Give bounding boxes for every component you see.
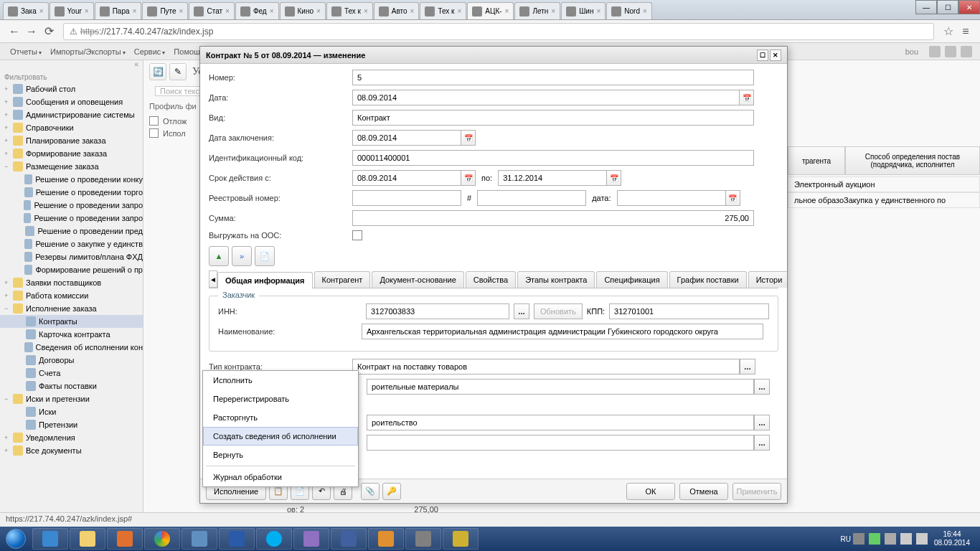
- menu-reports[interactable]: Отчеты: [6, 47, 46, 56]
- modal-maximize-icon[interactable]: ☐: [757, 50, 768, 61]
- tree-node[interactable]: Резервы лимитов/плана ФХД: [0, 250, 143, 263]
- tree-node[interactable]: Счета: [0, 367, 143, 380]
- sum-input[interactable]: [352, 210, 754, 226]
- task-word[interactable]: [219, 528, 255, 550]
- tree-node[interactable]: −Исполнение заказа: [0, 302, 143, 315]
- checkbox[interactable]: [149, 116, 159, 126]
- forward-double-icon[interactable]: »: [232, 246, 252, 266]
- modal-close-icon[interactable]: ✕: [770, 50, 781, 61]
- browser-tab[interactable]: Путе×: [142, 2, 188, 19]
- tree-node[interactable]: Сведения об исполнении кон: [0, 341, 143, 354]
- row2-input[interactable]: [367, 379, 754, 395]
- tab-scroll-left[interactable]: ◄: [209, 270, 217, 288]
- tab-basis[interactable]: Документ-основание: [372, 271, 463, 288]
- url-bar[interactable]: ⚠ https://217.74.40.247/azk/index.jsp: [63, 23, 934, 40]
- tree-node[interactable]: Решение о закупке у единств: [0, 237, 143, 250]
- tree-node[interactable]: Решение о проведении запро: [0, 212, 143, 225]
- tree-node[interactable]: −Размещение заказа: [0, 160, 143, 173]
- edit-icon[interactable]: ✎: [169, 63, 187, 80]
- number-input[interactable]: [352, 70, 754, 85]
- tab-history[interactable]: Истори: [748, 271, 787, 288]
- tree-node[interactable]: +Планирование заказа: [0, 134, 143, 147]
- lookup-icon[interactable]: …: [754, 435, 770, 451]
- row3-input[interactable]: [367, 415, 754, 430]
- tree-node[interactable]: +Заявки поставщиков: [0, 276, 143, 289]
- context-menu-item[interactable]: Создать сведения об исполнении: [203, 427, 358, 446]
- tray-icon[interactable]: [885, 533, 896, 545]
- tree-node[interactable]: +Уведомления: [0, 431, 143, 444]
- lookup-icon[interactable]: …: [754, 415, 770, 430]
- tree-node[interactable]: +Сообщения и оповещения: [0, 95, 143, 108]
- registry-hash-input[interactable]: [477, 190, 586, 206]
- task-chrome[interactable]: [144, 528, 180, 550]
- tab-stages[interactable]: Этапы контракта: [517, 271, 595, 288]
- apply-button[interactable]: Применить: [732, 483, 781, 500]
- tab-spec[interactable]: Спецификация: [596, 271, 667, 288]
- task-outlook[interactable]: [368, 528, 404, 550]
- tree-node[interactable]: Решение о проведении конку: [0, 173, 143, 186]
- start-button[interactable]: [0, 527, 32, 551]
- browser-tab[interactable]: Тех к×: [420, 2, 466, 19]
- lookup-icon[interactable]: …: [740, 359, 755, 375]
- browser-tab[interactable]: Шин×: [561, 2, 606, 19]
- period-from-input[interactable]: [352, 170, 461, 186]
- browser-tab[interactable]: Стат×: [189, 2, 234, 19]
- tree-node[interactable]: Факты поставки: [0, 380, 143, 392]
- key-icon[interactable]: 🔑: [382, 483, 401, 500]
- tree-node[interactable]: Договоры: [0, 354, 143, 367]
- search-input[interactable]: Поиск текс: [155, 86, 204, 96]
- forward-button[interactable]: →: [23, 23, 40, 40]
- attach-icon[interactable]: 📎: [361, 483, 380, 500]
- tree-node[interactable]: Карточка контракта: [0, 328, 143, 341]
- grid-header[interactable]: Способ определения постав (подрядчика, и…: [845, 146, 980, 175]
- task-app2[interactable]: [293, 528, 329, 550]
- task-app[interactable]: [182, 528, 217, 550]
- calendar-icon[interactable]: 📅: [461, 130, 476, 146]
- browser-tab[interactable]: Летн×: [514, 2, 560, 19]
- date-input[interactable]: [352, 90, 740, 105]
- calendar-icon[interactable]: 📅: [461, 170, 476, 186]
- task-app4[interactable]: [443, 528, 479, 550]
- tab-delivery[interactable]: График поставки: [669, 271, 747, 288]
- calendar-icon[interactable]: 📅: [607, 170, 621, 186]
- inn-input[interactable]: [366, 303, 509, 319]
- menu-service[interactable]: Сервис: [130, 47, 170, 56]
- browser-tab[interactable]: Кино×: [280, 2, 326, 19]
- task-ie[interactable]: [32, 528, 68, 550]
- tray-icon[interactable]: [869, 533, 880, 545]
- calendar-icon[interactable]: 📅: [726, 190, 740, 206]
- task-skype[interactable]: [256, 528, 292, 550]
- customer-name-input[interactable]: [362, 324, 763, 339]
- kpp-input[interactable]: [609, 303, 769, 319]
- sidebar-collapse-button[interactable]: «: [0, 60, 143, 72]
- lookup-icon[interactable]: …: [754, 379, 770, 395]
- close-button[interactable]: ✕: [958, 0, 980, 14]
- tree-node[interactable]: +Рабочий стол: [0, 83, 143, 95]
- tree-node[interactable]: Контракты: [0, 315, 143, 328]
- conclusion-date-input[interactable]: [352, 130, 461, 146]
- context-menu-item[interactable]: Перерегистрировать: [203, 390, 358, 408]
- up-arrow-icon[interactable]: ▲: [209, 246, 229, 266]
- ok-button[interactable]: ОК: [626, 483, 675, 500]
- ident-code-input[interactable]: [352, 150, 754, 166]
- type-input[interactable]: [352, 110, 754, 126]
- tree-node[interactable]: Претензии: [0, 418, 143, 431]
- tree-node[interactable]: +Справочники: [0, 121, 143, 134]
- tab-contractor[interactable]: Контрагент: [314, 271, 371, 288]
- contract-type-input[interactable]: [352, 359, 740, 375]
- tab-properties[interactable]: Свойства: [466, 271, 516, 288]
- tree-node[interactable]: +Формирование заказа: [0, 147, 143, 160]
- tree-node[interactable]: Решение о проведении запро: [0, 199, 143, 212]
- bookmark-icon[interactable]: ☆: [940, 23, 957, 40]
- tree-node[interactable]: −Иски и претензии: [0, 392, 143, 405]
- back-button[interactable]: ←: [6, 23, 23, 40]
- browser-tab[interactable]: Зака×: [3, 2, 49, 19]
- update-button[interactable]: Обновить: [534, 303, 583, 319]
- tree-node[interactable]: Иски: [0, 405, 143, 418]
- refresh-icon[interactable]: 🔄: [149, 63, 166, 80]
- browser-tab[interactable]: Your×: [50, 2, 94, 19]
- grid-header[interactable]: трагента: [788, 146, 845, 175]
- context-menu-item[interactable]: Расторгнуть: [203, 408, 358, 427]
- context-menu-item[interactable]: Журнал обработки: [203, 468, 358, 486]
- reload-button[interactable]: ⟳: [40, 23, 57, 40]
